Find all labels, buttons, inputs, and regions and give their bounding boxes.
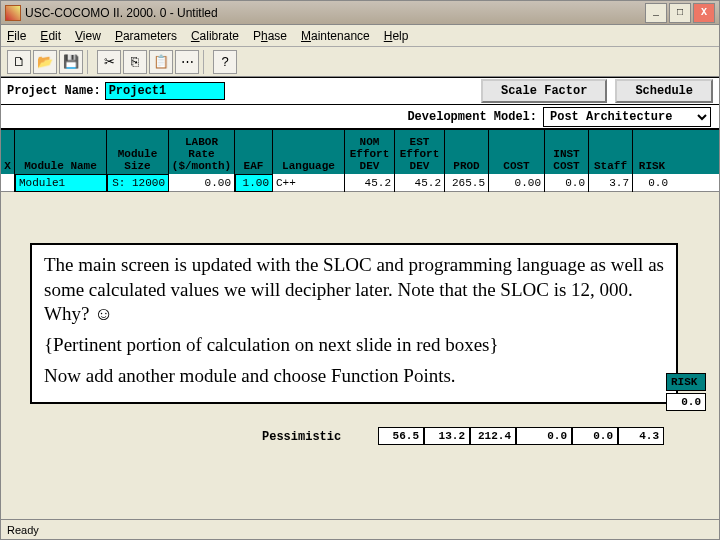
row-labor: 0.00 xyxy=(169,174,235,192)
minimize-button[interactable]: _ xyxy=(645,3,667,23)
status-bar: Ready xyxy=(1,519,719,539)
sum-f: 4.3 xyxy=(618,427,664,445)
annotation-text-3: Now add another module and choose Functi… xyxy=(44,364,664,389)
menu-phase[interactable]: Phase xyxy=(253,29,287,43)
table-header: X Module Name Module Size LABOR Rate ($/… xyxy=(1,130,719,174)
summary-risk: 0.0 xyxy=(666,393,706,411)
development-model-select[interactable]: Post Architecture xyxy=(543,107,711,127)
copy-icon[interactable]: ⎘ xyxy=(123,50,147,74)
row-staff: 3.7 xyxy=(589,174,633,192)
col-prod: PROD xyxy=(445,130,489,174)
col-nom: NOM Effort DEV xyxy=(345,130,395,174)
status-text: Ready xyxy=(7,524,39,536)
sum-c: 212.4 xyxy=(470,427,516,445)
menu-help[interactable]: Help xyxy=(384,29,409,43)
project-name-input[interactable] xyxy=(105,82,225,100)
row-language: C++ xyxy=(273,174,345,192)
annotation-overlay: The main screen is updated with the SLOC… xyxy=(30,243,678,404)
menu-file[interactable]: File xyxy=(7,29,26,43)
module-table: X Module Name Module Size LABOR Rate ($/… xyxy=(1,129,719,192)
row-module-name[interactable]: Module1 xyxy=(15,174,107,192)
menu-parameters[interactable]: Parameters xyxy=(115,29,177,43)
titlebar: USC-COCOMO II. 2000. 0 - Untitled _ □ X xyxy=(1,1,719,25)
toolbar: 🗋 📂 💾 ✂ ⎘ 📋 ⋯ ? xyxy=(1,47,719,77)
project-row: Project Name: Scale Factor Schedule xyxy=(1,77,719,105)
development-model-row: Development Model: Post Architecture xyxy=(1,105,719,129)
col-risk: RISK xyxy=(633,130,671,174)
schedule-button[interactable]: Schedule xyxy=(615,79,713,103)
sum-g: 0.0 xyxy=(666,393,706,411)
menubar: File Edit View Parameters Calibrate Phas… xyxy=(1,25,719,47)
scale-factor-button[interactable]: Scale Factor xyxy=(481,79,607,103)
col-module-name: Module Name xyxy=(15,130,107,174)
row-eaf[interactable]: 1.00 xyxy=(235,174,273,192)
col-cost: COST xyxy=(489,130,545,174)
col-staff: Staff xyxy=(589,130,633,174)
row-risk: 0.0 xyxy=(633,174,671,192)
row-nom: 45.2 xyxy=(345,174,395,192)
col-inst: INST COST xyxy=(545,130,589,174)
row-inst: 0.0 xyxy=(545,174,589,192)
sum-b: 13.2 xyxy=(424,427,470,445)
sum-e: 0.0 xyxy=(572,427,618,445)
menu-edit[interactable]: Edit xyxy=(40,29,61,43)
col-eaf: EAF xyxy=(235,130,273,174)
col-x: X xyxy=(1,130,15,174)
col-module-size: Module Size xyxy=(107,130,169,174)
save-icon[interactable]: 💾 xyxy=(59,50,83,74)
app-icon xyxy=(5,5,21,21)
menu-calibrate[interactable]: Calibrate xyxy=(191,29,239,43)
props-icon[interactable]: ⋯ xyxy=(175,50,199,74)
help-icon[interactable]: ? xyxy=(213,50,237,74)
sum-d: 0.0 xyxy=(516,427,572,445)
sum-a: 56.5 xyxy=(378,427,424,445)
table-row[interactable]: Module1 S: 12000 0.00 1.00 C++ 45.2 45.2… xyxy=(1,174,719,192)
row-prod: 265.5 xyxy=(445,174,489,192)
menu-maintenance[interactable]: Maintenance xyxy=(301,29,370,43)
annotation-text-1: The main screen is updated with the SLOC… xyxy=(44,253,664,327)
pessimistic-label: Pessimistic xyxy=(262,430,341,444)
risk-column-header: RISK xyxy=(666,373,706,391)
close-button[interactable]: X xyxy=(693,3,715,23)
col-est: EST Effort DEV xyxy=(395,130,445,174)
open-icon[interactable]: 📂 xyxy=(33,50,57,74)
maximize-button[interactable]: □ xyxy=(669,3,691,23)
cut-icon[interactable]: ✂ xyxy=(97,50,121,74)
new-icon[interactable]: 🗋 xyxy=(7,50,31,74)
summary-row: 56.5 13.2 212.4 0.0 0.0 4.3 xyxy=(378,427,664,445)
annotation-text-2: {Pertinent portion of calculation on nex… xyxy=(44,333,664,358)
row-cost: 0.00 xyxy=(489,174,545,192)
row-est: 45.2 xyxy=(395,174,445,192)
col-labor: LABOR Rate ($/month) xyxy=(169,130,235,174)
paste-icon[interactable]: 📋 xyxy=(149,50,173,74)
row-module-size[interactable]: S: 12000 xyxy=(107,174,169,192)
window-title: USC-COCOMO II. 2000. 0 - Untitled xyxy=(25,6,645,20)
row-x xyxy=(1,174,15,192)
col-language: Language xyxy=(273,130,345,174)
development-model-label: Development Model: xyxy=(407,110,537,124)
project-name-label: Project Name: xyxy=(7,84,101,98)
menu-view[interactable]: View xyxy=(75,29,101,43)
